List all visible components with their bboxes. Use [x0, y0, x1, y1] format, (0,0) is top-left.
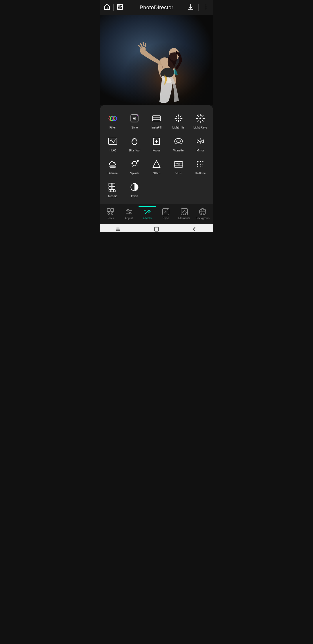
- svg-point-25: [178, 117, 179, 119]
- tool-instafill[interactable]: InstaFill: [146, 110, 167, 131]
- svg-point-73: [203, 167, 203, 167]
- sys-back-icon[interactable]: [191, 226, 198, 232]
- divider: [113, 4, 114, 11]
- tool-style[interactable]: AI Style: [124, 110, 145, 131]
- svg-point-71: [197, 166, 198, 167]
- mirror-icon: [194, 135, 206, 147]
- mirror-label: Mirror: [196, 149, 204, 152]
- more-icon[interactable]: [203, 3, 210, 12]
- photo-canvas[interactable]: [100, 15, 213, 105]
- tools-grid: Filter AI Style: [102, 110, 211, 200]
- svg-point-69: [200, 164, 201, 165]
- svg-line-90: [145, 211, 148, 214]
- focus-label: Focus: [152, 149, 160, 152]
- invert-label: Invert: [131, 195, 138, 198]
- tool-mirror[interactable]: Mirror: [190, 133, 211, 154]
- svg-rect-75: [112, 183, 115, 186]
- glitch-icon: [151, 158, 162, 170]
- tools-nav-icon: [107, 208, 114, 216]
- svg-point-50: [176, 140, 180, 143]
- tool-splash[interactable]: Splash: [124, 155, 145, 177]
- top-bar: PhotoDirector: [100, 0, 213, 15]
- svg-point-87: [127, 209, 129, 211]
- svg-line-32: [180, 116, 181, 117]
- tool-vhs[interactable]: VHS VHS: [168, 155, 189, 177]
- tools-panel: Filter AI Style: [100, 105, 213, 204]
- tool-lighthits[interactable]: Light Hits: [168, 110, 189, 131]
- svg-line-31: [180, 120, 181, 121]
- style-icon: AI: [129, 113, 140, 124]
- tool-focus[interactable]: Focus: [146, 133, 167, 154]
- filter-icon: [107, 113, 119, 124]
- effects-nav-label: Effects: [143, 217, 152, 220]
- sys-home-icon[interactable]: [153, 226, 160, 232]
- effects-nav-icon: [143, 208, 151, 216]
- instafill-label: InstaFill: [152, 126, 161, 129]
- svg-line-42: [197, 120, 199, 121]
- svg-point-3: [206, 7, 207, 8]
- svg-text:AI: AI: [164, 210, 167, 214]
- tool-filter[interactable]: Filter: [102, 110, 123, 131]
- tool-invert[interactable]: Invert: [124, 178, 145, 200]
- mosaic-label: Mosaic: [108, 195, 117, 198]
- vhs-icon: VHS: [173, 158, 184, 170]
- effects-active-indicator: [139, 206, 156, 207]
- vignette-icon: [173, 135, 184, 147]
- svg-line-41: [202, 115, 203, 117]
- system-nav-bar: [100, 224, 213, 232]
- splash-label: Splash: [130, 172, 139, 175]
- home-icon[interactable]: [103, 3, 110, 12]
- svg-rect-104: [154, 227, 159, 231]
- svg-rect-82: [107, 209, 110, 211]
- nav-tools[interactable]: Tools: [101, 206, 120, 222]
- nav-background[interactable]: Backgroun: [193, 206, 212, 222]
- nav-adjust[interactable]: Adjust: [120, 206, 138, 222]
- hdr-icon: [107, 135, 119, 147]
- splash-icon: [129, 158, 140, 170]
- dehaze-icon: [107, 158, 119, 170]
- download-icon[interactable]: [187, 3, 194, 12]
- svg-point-66: [200, 161, 201, 162]
- nav-style[interactable]: AI Style: [156, 206, 175, 222]
- blurtool-icon: [129, 135, 140, 147]
- svg-rect-20: [152, 116, 160, 121]
- nav-elements[interactable]: Elements: [175, 206, 194, 222]
- tool-hdr[interactable]: HDR: [102, 133, 123, 154]
- svg-rect-76: [109, 187, 112, 189]
- svg-marker-94: [182, 210, 187, 215]
- gallery-icon[interactable]: [117, 3, 123, 12]
- glitch-label: Glitch: [153, 172, 160, 175]
- svg-text:AI: AI: [133, 117, 137, 121]
- svg-point-56: [132, 163, 133, 164]
- svg-point-65: [197, 161, 198, 162]
- tool-vignette[interactable]: Vignette: [168, 133, 189, 154]
- tool-blurtool[interactable]: Blur Tool: [124, 133, 145, 154]
- svg-line-44: [201, 115, 202, 116]
- svg-point-85: [111, 213, 113, 214]
- blurtool-label: Blur Tool: [129, 149, 140, 152]
- elements-nav-icon: [181, 208, 188, 216]
- style-label: Style: [131, 126, 138, 129]
- mosaic-icon: [107, 181, 119, 193]
- svg-line-40: [202, 120, 203, 121]
- lightrays-label: Light Rays: [194, 126, 207, 129]
- sys-menu-icon[interactable]: [115, 226, 122, 232]
- tool-halftone[interactable]: Halftone: [190, 155, 211, 177]
- focus-icon: [151, 135, 162, 147]
- nav-effects[interactable]: Effects: [138, 206, 156, 222]
- tool-lightrays[interactable]: Light Rays: [190, 110, 211, 131]
- divider-2: [198, 4, 199, 11]
- svg-rect-77: [112, 187, 115, 189]
- svg-line-33: [176, 120, 177, 121]
- tool-dehaze[interactable]: Dehaze: [102, 155, 123, 177]
- adjust-nav-label: Adjust: [125, 217, 133, 220]
- svg-text:VHS: VHS: [176, 163, 180, 165]
- dehaze-label: Dehaze: [108, 172, 118, 175]
- style-nav-label: Style: [163, 217, 169, 220]
- tool-glitch[interactable]: Glitch: [146, 155, 167, 177]
- svg-point-2: [206, 5, 207, 6]
- top-bar-left: [103, 3, 123, 12]
- tool-mosaic[interactable]: Mosaic: [102, 178, 123, 200]
- svg-point-84: [108, 213, 110, 214]
- app-title: PhotoDirector: [140, 5, 174, 11]
